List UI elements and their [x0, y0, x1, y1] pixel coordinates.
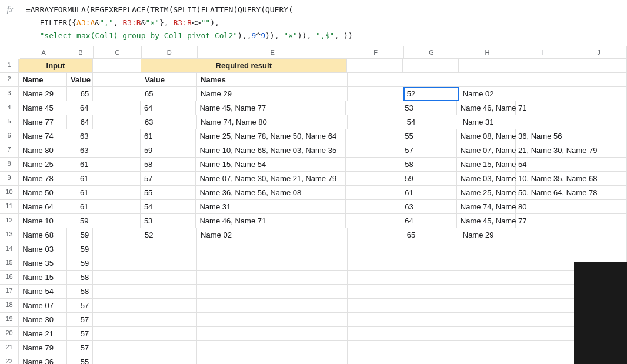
- cell-C21[interactable]: [93, 341, 141, 355]
- cell-F15[interactable]: [348, 256, 403, 271]
- cell-A17[interactable]: Name 54: [19, 285, 67, 299]
- cell-H5[interactable]: Name 31: [459, 115, 515, 129]
- cell-F17[interactable]: [348, 285, 403, 299]
- cell-E5[interactable]: Name 74, Name 80: [197, 115, 347, 129]
- row-header-7[interactable]: 7: [0, 143, 19, 158]
- cell-G9[interactable]: 59: [401, 172, 457, 186]
- row-header-12[interactable]: 12: [0, 214, 19, 228]
- cell-J13[interactable]: [571, 228, 627, 242]
- spreadsheet-grid[interactable]: ABCDEFGHIJ 1InputRequired result2NameVal…: [0, 46, 627, 364]
- row-header-1[interactable]: 1: [0, 59, 19, 73]
- cell-A11[interactable]: Name 64: [19, 200, 66, 214]
- cell-D19[interactable]: [141, 313, 197, 327]
- cell-I18[interactable]: [515, 299, 571, 313]
- cell-B8[interactable]: 61: [66, 158, 92, 172]
- cell-G16[interactable]: [403, 271, 459, 285]
- cell-J12[interactable]: [571, 214, 627, 228]
- cell-H21[interactable]: [459, 341, 515, 355]
- col-header-F[interactable]: F: [348, 46, 404, 58]
- cell-F21[interactable]: [348, 341, 403, 355]
- row-header-4[interactable]: 4: [0, 101, 19, 115]
- cell-F13[interactable]: [348, 228, 403, 242]
- row-header-14[interactable]: 14: [0, 242, 19, 256]
- cell-B12[interactable]: 59: [66, 214, 92, 228]
- row-header-22[interactable]: 22: [0, 355, 19, 364]
- cell-G3[interactable]: 52: [403, 87, 459, 101]
- cell-B13[interactable]: 59: [67, 228, 93, 242]
- cell-G7[interactable]: 57: [401, 143, 457, 158]
- cell-G5[interactable]: 54: [403, 115, 459, 129]
- cell-I16[interactable]: [515, 271, 571, 285]
- cell-I19[interactable]: [515, 313, 571, 327]
- cell-C10[interactable]: [92, 186, 140, 200]
- cell-G2[interactable]: [403, 73, 459, 87]
- cell-E11[interactable]: Name 31: [196, 200, 345, 214]
- cell-A16[interactable]: Name 15: [19, 271, 67, 285]
- cell-C3[interactable]: [93, 87, 141, 101]
- cell-J14[interactable]: [571, 242, 627, 256]
- cell-E17[interactable]: [197, 285, 347, 299]
- cell-E13[interactable]: Name 02: [197, 228, 347, 242]
- cell-A22[interactable]: Name 36: [19, 355, 67, 364]
- cell-E22[interactable]: [197, 355, 347, 364]
- cell-I10[interactable]: [516, 186, 572, 200]
- cell-A10[interactable]: Name 50: [19, 186, 66, 200]
- cell-I5[interactable]: [515, 115, 571, 129]
- row-header-6[interactable]: 6: [0, 129, 19, 143]
- cell-A20[interactable]: Name 21: [19, 327, 67, 341]
- cell-H3[interactable]: Name 02: [459, 87, 515, 101]
- cell-B5[interactable]: 64: [67, 115, 93, 129]
- row-header-20[interactable]: 20: [0, 327, 19, 341]
- row-header-21[interactable]: 21: [0, 341, 19, 355]
- cell-H18[interactable]: [459, 299, 515, 313]
- cell-I9[interactable]: [516, 172, 572, 186]
- cell-F7[interactable]: [346, 143, 402, 158]
- cell-C19[interactable]: [93, 313, 141, 327]
- cell-G19[interactable]: [403, 313, 459, 327]
- cell-C14[interactable]: [93, 242, 141, 256]
- row-header-3[interactable]: 3: [0, 87, 19, 101]
- cell-C22[interactable]: [93, 355, 141, 364]
- row-header-19[interactable]: 19: [0, 313, 19, 327]
- col-header-H[interactable]: H: [459, 46, 515, 58]
- cell-A15[interactable]: Name 35: [19, 256, 67, 271]
- cell-C13[interactable]: [93, 228, 141, 242]
- cell-F6[interactable]: [346, 129, 402, 143]
- cell-D16[interactable]: [141, 271, 197, 285]
- col-header-C[interactable]: C: [94, 46, 142, 58]
- row-header-16[interactable]: 16: [0, 271, 19, 285]
- cell-I17[interactable]: [515, 285, 571, 299]
- cell-E3[interactable]: Name 29: [197, 87, 347, 101]
- cell-I2[interactable]: [515, 73, 571, 87]
- cell-J3[interactable]: [571, 87, 627, 101]
- cell-J5[interactable]: [571, 115, 627, 129]
- cell-B22[interactable]: 55: [67, 355, 93, 364]
- cell-D4[interactable]: 64: [141, 101, 196, 115]
- cell-D21[interactable]: [141, 341, 197, 355]
- cell-C7[interactable]: [92, 143, 140, 158]
- cell-H8[interactable]: Name 15, Name 54: [457, 158, 516, 172]
- cell-I6[interactable]: [516, 129, 572, 143]
- cell-D15[interactable]: [141, 256, 197, 271]
- cell-D3[interactable]: 65: [141, 87, 197, 101]
- cell-C6[interactable]: [92, 129, 140, 143]
- cell-D7[interactable]: 59: [141, 143, 196, 158]
- cell-D12[interactable]: 53: [141, 214, 196, 228]
- cell-G17[interactable]: [403, 285, 459, 299]
- cell-B19[interactable]: 57: [67, 313, 93, 327]
- row-header-9[interactable]: 9: [0, 172, 19, 186]
- cell-D17[interactable]: [141, 285, 197, 299]
- cell-F19[interactable]: [348, 313, 403, 327]
- formula-content[interactable]: =ARRAYFORMULA(REGEXREPLACE(TRIM(SPLIT(FL…: [20, 4, 627, 42]
- cell-J1[interactable]: [571, 59, 627, 73]
- cell-I4[interactable]: [516, 101, 572, 115]
- col-header-G[interactable]: G: [404, 46, 460, 58]
- cell-B6[interactable]: 63: [66, 129, 92, 143]
- cell-J4[interactable]: [571, 101, 627, 115]
- cell-F11[interactable]: [346, 200, 402, 214]
- row-header-15[interactable]: 15: [0, 256, 19, 271]
- cell-G13[interactable]: 65: [403, 228, 459, 242]
- col-header-D[interactable]: D: [142, 46, 198, 58]
- cell-I20[interactable]: [515, 327, 571, 341]
- cell-F4[interactable]: [346, 101, 402, 115]
